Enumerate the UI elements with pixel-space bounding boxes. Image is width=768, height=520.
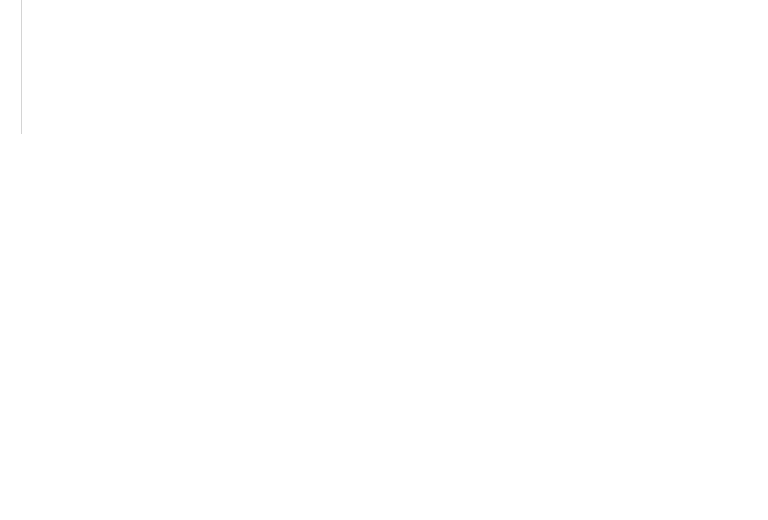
params-row bbox=[28, 44, 762, 58]
worksheet bbox=[22, 0, 768, 134]
row-number-gutter bbox=[0, 0, 22, 134]
page-title bbox=[28, 16, 762, 30]
